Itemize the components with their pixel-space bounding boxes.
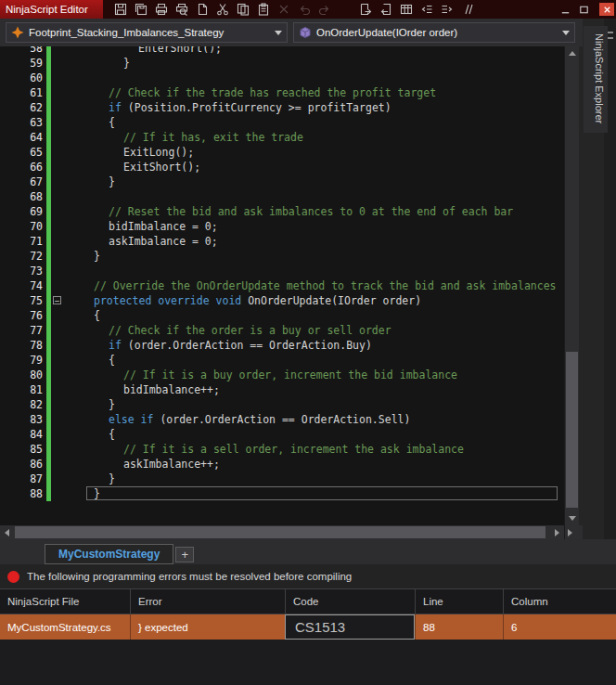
vertical-scroll-thumb[interactable] [566,352,578,508]
maximize-button[interactable] [576,3,592,17]
export-code-icon[interactable] [357,1,374,18]
save-icon[interactable] [112,1,129,18]
line-number: 83 [0,412,43,427]
code-editor[interactable]: 58EnterShort();59}6061// Check if the tr… [0,46,564,525]
toolbar-group-file [112,1,333,18]
error-table-body: MyCustomStrategy.cs} expectedCS1513886 [0,614,616,640]
minimize-button[interactable] [558,3,573,17]
fold-margin [51,427,64,442]
fold-margin [51,46,64,56]
column-header-line[interactable]: Line [415,589,503,614]
column-header-column[interactable]: Column [503,589,616,614]
code-line: 77// Check if the order is a buy or sell… [0,323,564,338]
code-text: // If it has, exit the trade [64,130,303,145]
column-header-error[interactable]: Error [130,589,285,614]
code-line: 58EnterShort(); [0,46,564,56]
ninjascript-editor-window: NinjaScript Editor Footprint_Stacking_Im… [0,0,616,685]
fold-margin [51,56,64,71]
fold-margin [51,71,64,85]
code-text: // If it is a sell order, increment the … [64,442,464,457]
save-all-icon[interactable] [133,1,149,18]
error-table-header: NinjaScript File Error Code Line Column [0,588,616,614]
fold-margin: − [51,293,64,308]
method-dropdown[interactable]: OnOrderUpdate(IOrder order) [293,22,575,43]
code-line: 75−protected override void OnOrderUpdate… [0,293,564,308]
line-number: 58 [0,46,43,56]
undo-icon [296,1,313,18]
fold-collapse-box[interactable]: − [53,296,61,304]
compile-icon[interactable] [398,1,415,18]
redo-icon [316,1,333,18]
code-text: // Check if the trade has reached the pr… [64,85,436,100]
tab-mycustomstrategy[interactable]: MyCustomStrategy [45,544,173,564]
editor-vertical-scrollbar[interactable] [564,46,579,525]
column-header-file[interactable]: NinjaScript File [0,589,130,614]
scroll-left-arrow[interactable] [0,525,14,539]
code-line: 65ExitLong(); [0,145,564,160]
error-table-row[interactable]: MyCustomStrategy.cs} expectedCS1513886 [0,614,616,640]
code-text: { [64,115,115,130]
print-preview-icon[interactable] [173,1,190,18]
fold-margin [51,382,64,397]
scroll-up-arrow[interactable] [565,46,579,60]
fold-margin [51,115,64,130]
fold-margin [51,397,64,412]
new-document-icon[interactable] [194,1,211,18]
strategy-dropdown[interactable]: Footprint_Stacking_Imbalances_Strategy [6,22,288,43]
titlebar: NinjaScript Editor [0,0,616,19]
scroll-right-arrow[interactable] [550,525,564,539]
comment-icon[interactable] [459,1,476,18]
fold-margin [51,130,64,145]
error-code[interactable]: CS1513 [285,614,415,640]
window-title: NinjaScript Editor [0,0,103,19]
fold-margin [51,100,64,115]
code-text: // If it is a buy order, increment the b… [64,368,457,382]
import-code-icon[interactable] [378,1,394,18]
outdent-icon[interactable] [418,1,435,18]
code-text: bidImbalance++; [64,382,220,397]
line-number: 87 [0,472,43,486]
line-number: 88 [0,486,43,501]
line-number: 69 [0,204,43,219]
toolbar-group-edit [357,1,476,18]
editor-horizontal-scrollbar[interactable] [0,525,564,539]
code-text: EnterShort(); [64,46,222,56]
scroll-down-arrow[interactable] [565,511,579,525]
scrollbar-corner [564,525,583,539]
paste-icon[interactable] [255,1,272,18]
copy-icon[interactable] [235,1,251,18]
column-header-code[interactable]: Code [285,589,415,614]
code-text: // Reset the bid and ask imbalances to 0… [64,204,513,219]
selector-toolbar: Footprint_Stacking_Imbalances_Strategy O… [0,19,583,46]
fold-margin [51,368,64,382]
line-number: 72 [0,249,43,264]
code-text: ExitShort(); [64,160,200,174]
code-line: 61// Check if the trade has reached the … [0,85,564,100]
line-number: 81 [0,382,43,397]
code-line: 74// Override the OnOrderUpdate method t… [0,278,564,293]
fold-margin [51,442,64,457]
cut-icon[interactable] [214,1,231,18]
add-tab-button[interactable]: + [175,547,194,562]
code-line: 87} [0,472,564,486]
line-number: 77 [0,323,43,338]
code-line: 85// If it is a sell order, increment th… [0,442,564,457]
method-dropdown-value: OnOrderUpdate(IOrder order) [316,27,558,38]
indent-icon[interactable] [439,1,456,18]
fold-margin [51,264,64,278]
code-line: 68 [0,189,564,204]
code-line: 67} [0,174,564,189]
line-number: 78 [0,338,43,353]
fold-margin [51,85,64,100]
print-icon[interactable] [153,1,170,18]
line-number: 85 [0,442,43,457]
error-banner: The following programming errors must be… [0,564,616,588]
horizontal-scroll-thumb[interactable] [15,526,545,538]
fold-margin [51,338,64,353]
close-button[interactable] [599,3,614,16]
code-text: } [64,249,100,264]
explorer-vertical-tab[interactable]: NinjaScript Explorer [584,26,608,133]
code-text: askImbalance++; [64,457,220,472]
fold-margin [51,174,64,189]
line-number: 59 [0,56,43,71]
